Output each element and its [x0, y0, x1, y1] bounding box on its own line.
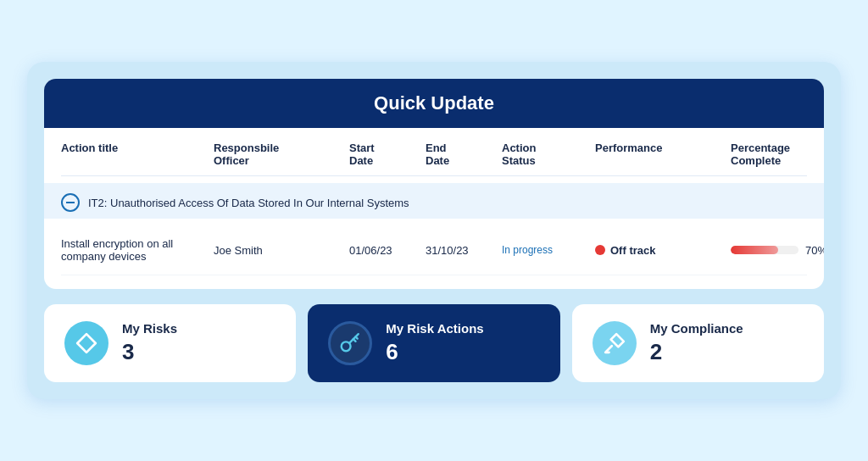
key-icon [339, 332, 361, 354]
cell-performance: Off track [595, 244, 731, 257]
my-risk-actions-count: 6 [386, 339, 483, 365]
my-risk-actions-card[interactable]: My Risk Actions 6 [308, 304, 559, 382]
collapse-icon[interactable] [61, 193, 80, 212]
col-start-date: StartDate [349, 142, 426, 167]
my-risks-icon-wrap [64, 321, 108, 365]
my-risks-card[interactable]: My Risks 3 [44, 304, 296, 382]
red-dot-icon [595, 245, 605, 255]
my-risks-text: My Risks 3 [122, 321, 177, 365]
my-risk-actions-text: My Risk Actions 6 [386, 321, 483, 365]
gavel-icon [604, 332, 626, 354]
cell-responsible-officer: Joe Smith [214, 244, 349, 257]
col-performance: Performance [595, 142, 731, 167]
col-end-date: EndDate [426, 142, 502, 167]
cell-action-status: In progress [502, 244, 595, 256]
outer-card: Quick Update Action title ResponsbileOff… [27, 62, 841, 399]
my-risks-label: My Risks [122, 321, 177, 336]
my-risk-actions-label: My Risk Actions [386, 321, 483, 336]
minus-bar [66, 202, 75, 203]
table-area: Action title ResponsbileOfficer StartDat… [44, 128, 824, 289]
panel-title: Quick Update [64, 92, 804, 114]
performance-container: Off track [595, 244, 731, 257]
svg-marker-0 [77, 334, 96, 353]
col-action-title: Action title [61, 142, 214, 167]
table-row: Install encryption on all company device… [61, 225, 807, 275]
table-header-row: Action title ResponsbileOfficer StartDat… [61, 128, 807, 176]
cell-start-date: 01/06/23 [349, 244, 426, 257]
my-compliance-count: 2 [650, 339, 743, 365]
col-action-status: ActionStatus [502, 142, 595, 167]
progress-container: 70% [731, 244, 824, 257]
col-responsible-officer: ResponsbileOfficer [214, 142, 349, 167]
my-risk-actions-icon-wrap [328, 321, 372, 365]
progress-bar-fill [731, 246, 778, 254]
cell-end-date: 31/10/23 [426, 244, 502, 257]
progress-percentage: 70% [805, 244, 824, 257]
diamond-icon [75, 332, 97, 354]
my-compliance-label: My Compliance [650, 321, 743, 336]
col-percentage: PercentageComplete [731, 142, 824, 167]
my-risks-count: 3 [122, 339, 177, 365]
cell-percentage: 70% [731, 244, 824, 257]
my-compliance-icon-wrap [593, 321, 637, 365]
group-row[interactable]: IT2: Unauthorised Access Of Data Stored … [44, 183, 824, 219]
bottom-cards: My Risks 3 My Risk Actions 6 [44, 304, 824, 382]
my-compliance-text: My Compliance 2 [650, 321, 743, 365]
main-panel: Quick Update Action title ResponsbileOff… [44, 79, 824, 289]
cell-action-title: Install encryption on all company device… [61, 237, 214, 263]
performance-label: Off track [610, 244, 655, 257]
my-compliance-card[interactable]: My Compliance 2 [572, 304, 824, 382]
progress-bar-background [731, 246, 798, 254]
panel-header: Quick Update [44, 79, 824, 128]
group-label: IT2: Unauthorised Access Of Data Stored … [88, 197, 409, 209]
